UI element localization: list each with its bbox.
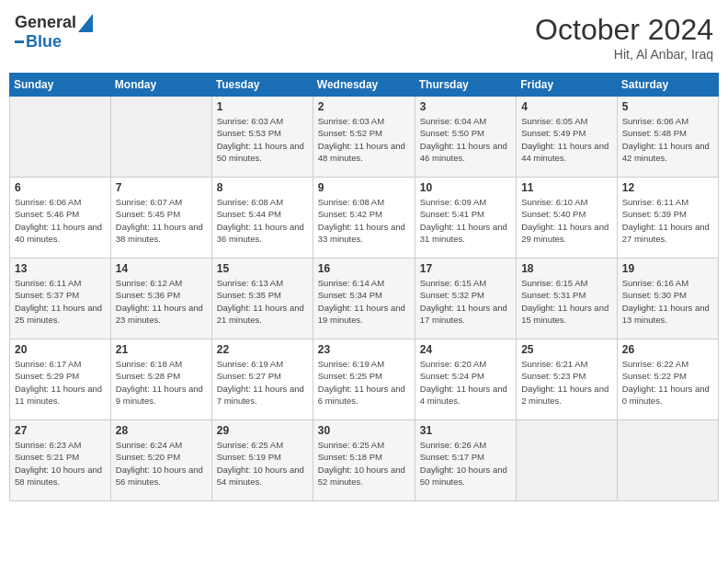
day-number: 17 (420, 262, 511, 275)
day-number: 31 (420, 424, 511, 437)
cell-info: Sunrise: 6:19 AM Sunset: 5:25 PM Dayligh… (318, 358, 410, 407)
day-number: 14 (116, 262, 207, 275)
header-cell-monday: Monday (110, 74, 211, 97)
page-header: General Blue October 2024 Hit, Al Anbar,… (9, 9, 719, 65)
calendar-cell: 19Sunrise: 6:16 AM Sunset: 5:30 PM Dayli… (617, 259, 718, 339)
cell-info: Sunrise: 6:11 AM Sunset: 5:37 PM Dayligh… (15, 277, 106, 326)
cell-info: Sunrise: 6:23 AM Sunset: 5:21 PM Dayligh… (15, 439, 106, 488)
calendar-cell: 17Sunrise: 6:15 AM Sunset: 5:32 PM Dayli… (415, 259, 516, 339)
cell-info: Sunrise: 6:18 AM Sunset: 5:28 PM Dayligh… (116, 358, 207, 407)
calendar-cell: 13Sunrise: 6:11 AM Sunset: 5:37 PM Dayli… (10, 259, 111, 339)
cell-info: Sunrise: 6:03 AM Sunset: 5:52 PM Dayligh… (318, 115, 410, 164)
cell-info: Sunrise: 6:20 AM Sunset: 5:24 PM Dayligh… (420, 358, 511, 407)
calendar-cell: 10Sunrise: 6:09 AM Sunset: 5:41 PM Dayli… (415, 178, 516, 259)
cell-info: Sunrise: 6:24 AM Sunset: 5:20 PM Dayligh… (116, 439, 207, 488)
header-cell-sunday: Sunday (10, 74, 111, 97)
cell-info: Sunrise: 6:08 AM Sunset: 5:42 PM Dayligh… (318, 196, 410, 245)
calendar-cell: 2Sunrise: 6:03 AM Sunset: 5:52 PM Daylig… (313, 97, 415, 178)
day-number: 10 (420, 181, 511, 194)
cell-info: Sunrise: 6:13 AM Sunset: 5:35 PM Dayligh… (217, 277, 308, 326)
day-number: 6 (15, 181, 106, 194)
calendar-cell: 25Sunrise: 6:21 AM Sunset: 5:23 PM Dayli… (517, 339, 618, 420)
calendar-cell: 18Sunrise: 6:15 AM Sunset: 5:31 PM Dayli… (517, 259, 618, 339)
day-number: 23 (318, 343, 410, 356)
calendar-cell: 11Sunrise: 6:10 AM Sunset: 5:40 PM Dayli… (517, 178, 618, 259)
cell-info: Sunrise: 6:15 AM Sunset: 5:32 PM Dayligh… (420, 277, 511, 326)
calendar-cell: 8Sunrise: 6:08 AM Sunset: 5:44 PM Daylig… (211, 178, 313, 259)
calendar-cell: 22Sunrise: 6:19 AM Sunset: 5:27 PM Dayli… (211, 339, 313, 420)
day-number: 1 (217, 100, 308, 113)
cell-info: Sunrise: 6:21 AM Sunset: 5:23 PM Dayligh… (521, 358, 612, 407)
day-number: 13 (15, 262, 106, 275)
day-number: 20 (15, 343, 106, 356)
calendar-cell (617, 420, 718, 501)
header-cell-wednesday: Wednesday (313, 74, 415, 97)
calendar-cell: 5Sunrise: 6:06 AM Sunset: 5:48 PM Daylig… (617, 97, 718, 178)
day-number: 18 (521, 262, 612, 275)
cell-info: Sunrise: 6:05 AM Sunset: 5:49 PM Dayligh… (521, 115, 612, 164)
day-number: 2 (318, 100, 410, 113)
day-number: 5 (622, 100, 713, 113)
calendar-cell: 28Sunrise: 6:24 AM Sunset: 5:20 PM Dayli… (110, 420, 211, 501)
day-number: 28 (116, 424, 207, 437)
title-block: October 2024 Hit, Al Anbar, Iraq (535, 13, 713, 62)
day-number: 24 (420, 343, 511, 356)
day-number: 26 (622, 343, 713, 356)
day-number: 21 (116, 343, 207, 356)
day-number: 27 (15, 424, 106, 437)
week-row-4: 20Sunrise: 6:17 AM Sunset: 5:29 PM Dayli… (10, 339, 719, 420)
location-text: Hit, Al Anbar, Iraq (535, 47, 713, 62)
week-row-5: 27Sunrise: 6:23 AM Sunset: 5:21 PM Dayli… (10, 420, 719, 501)
day-number: 22 (217, 343, 308, 356)
cell-info: Sunrise: 6:25 AM Sunset: 5:18 PM Dayligh… (318, 439, 410, 488)
cell-info: Sunrise: 6:16 AM Sunset: 5:30 PM Dayligh… (622, 277, 713, 326)
logo-triangle-icon (78, 14, 93, 32)
calendar-cell: 24Sunrise: 6:20 AM Sunset: 5:24 PM Dayli… (415, 339, 516, 420)
cell-info: Sunrise: 6:06 AM Sunset: 5:46 PM Dayligh… (15, 196, 106, 245)
day-number: 9 (318, 181, 410, 194)
calendar-cell: 29Sunrise: 6:25 AM Sunset: 5:19 PM Dayli… (211, 420, 313, 501)
cell-info: Sunrise: 6:07 AM Sunset: 5:45 PM Dayligh… (116, 196, 207, 245)
day-number: 8 (217, 181, 308, 194)
day-number: 4 (521, 100, 612, 113)
calendar-cell: 1Sunrise: 6:03 AM Sunset: 5:53 PM Daylig… (211, 97, 313, 178)
cell-info: Sunrise: 6:10 AM Sunset: 5:40 PM Dayligh… (521, 196, 612, 245)
calendar-cell: 30Sunrise: 6:25 AM Sunset: 5:18 PM Dayli… (313, 420, 415, 501)
day-number: 11 (521, 181, 612, 194)
day-number: 30 (318, 424, 410, 437)
calendar-cell: 12Sunrise: 6:11 AM Sunset: 5:39 PM Dayli… (617, 178, 718, 259)
calendar-cell: 31Sunrise: 6:26 AM Sunset: 5:17 PM Dayli… (415, 420, 516, 501)
day-number: 15 (217, 262, 308, 275)
cell-info: Sunrise: 6:15 AM Sunset: 5:31 PM Dayligh… (521, 277, 612, 326)
calendar-cell: 23Sunrise: 6:19 AM Sunset: 5:25 PM Dayli… (313, 339, 415, 420)
svg-marker-0 (78, 14, 93, 32)
cell-info: Sunrise: 6:26 AM Sunset: 5:17 PM Dayligh… (420, 439, 511, 488)
logo-general-text: General (15, 13, 76, 32)
calendar-cell: 6Sunrise: 6:06 AM Sunset: 5:46 PM Daylig… (10, 178, 111, 259)
month-year-title: October 2024 (535, 13, 713, 47)
week-row-3: 13Sunrise: 6:11 AM Sunset: 5:37 PM Dayli… (10, 259, 719, 339)
day-number: 25 (521, 343, 612, 356)
day-number: 19 (622, 262, 713, 275)
calendar-cell: 27Sunrise: 6:23 AM Sunset: 5:21 PM Dayli… (10, 420, 111, 501)
calendar-cell (10, 97, 111, 178)
day-number: 12 (622, 181, 713, 194)
cell-info: Sunrise: 6:06 AM Sunset: 5:48 PM Dayligh… (622, 115, 713, 164)
week-row-2: 6Sunrise: 6:06 AM Sunset: 5:46 PM Daylig… (10, 178, 719, 259)
cell-info: Sunrise: 6:17 AM Sunset: 5:29 PM Dayligh… (15, 358, 106, 407)
header-cell-thursday: Thursday (415, 74, 516, 97)
cell-info: Sunrise: 6:09 AM Sunset: 5:41 PM Dayligh… (420, 196, 511, 245)
day-number: 3 (420, 100, 511, 113)
calendar-cell: 26Sunrise: 6:22 AM Sunset: 5:22 PM Dayli… (617, 339, 718, 420)
cell-info: Sunrise: 6:11 AM Sunset: 5:39 PM Dayligh… (622, 196, 713, 245)
calendar-cell: 4Sunrise: 6:05 AM Sunset: 5:49 PM Daylig… (517, 97, 618, 178)
calendar-cell: 3Sunrise: 6:04 AM Sunset: 5:50 PM Daylig… (415, 97, 516, 178)
calendar-cell: 15Sunrise: 6:13 AM Sunset: 5:35 PM Dayli… (211, 259, 313, 339)
cell-info: Sunrise: 6:19 AM Sunset: 5:27 PM Dayligh… (217, 358, 308, 407)
day-number: 29 (217, 424, 308, 437)
logo-blue-text: Blue (26, 32, 62, 52)
header-cell-friday: Friday (517, 74, 618, 97)
calendar-table: SundayMondayTuesdayWednesdayThursdayFrid… (9, 73, 719, 501)
day-number: 16 (318, 262, 410, 275)
cell-info: Sunrise: 6:03 AM Sunset: 5:53 PM Dayligh… (217, 115, 308, 164)
